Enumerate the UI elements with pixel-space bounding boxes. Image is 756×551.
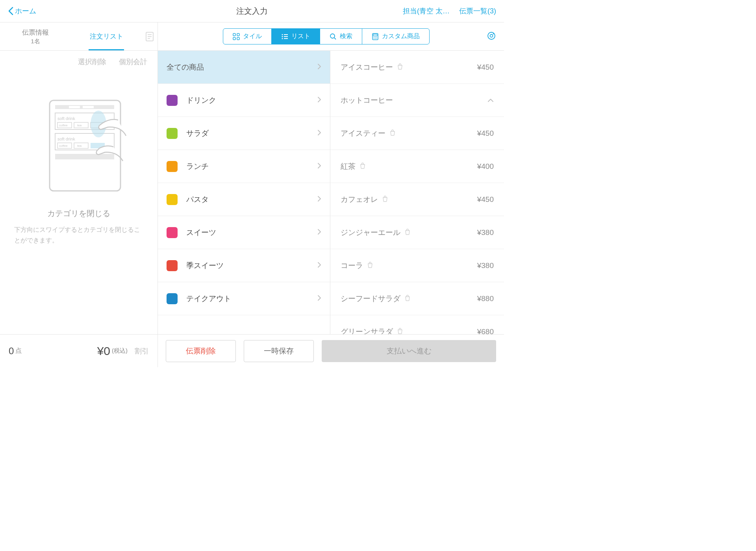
svg-point-39	[375, 37, 376, 37]
view-list-button[interactable]: リスト	[272, 29, 320, 44]
hold-button[interactable]: 一時保存	[244, 340, 314, 362]
svg-point-38	[374, 37, 374, 37]
product-name: グリーンサラダ	[341, 327, 477, 335]
svg-rect-27	[237, 37, 239, 40]
product-name: ホットコーヒー	[341, 95, 487, 105]
search-icon	[330, 33, 337, 40]
gear-icon	[487, 31, 496, 41]
chevron-right-icon	[317, 96, 321, 104]
category-row[interactable]: 季スイーツ	[158, 249, 330, 282]
product-name: コーラ	[341, 261, 477, 271]
total-tax-label: (税込)	[112, 347, 128, 355]
product-row[interactable]: ジンジャーエール¥380	[330, 216, 504, 249]
product-row[interactable]: コーラ¥380	[330, 249, 504, 282]
product-row[interactable]: ホットコーヒー	[330, 84, 504, 117]
product-name: アイスコーヒー	[341, 62, 477, 72]
page-title: 注文入力	[236, 6, 268, 17]
category-color-swatch	[167, 194, 178, 205]
category-row[interactable]: テイクアウト	[158, 282, 330, 315]
bag-icon	[367, 261, 373, 270]
product-name: 紅茶	[341, 161, 477, 172]
chevron-right-icon	[317, 196, 321, 203]
product-name: シーフードサラダ	[341, 294, 477, 304]
category-row[interactable]: サラダ	[158, 117, 330, 150]
svg-rect-25	[237, 33, 239, 36]
svg-line-35	[334, 38, 336, 39]
product-row[interactable]: アイスコーヒー¥450	[330, 51, 504, 84]
svg-rect-7	[83, 106, 94, 108]
back-button[interactable]: ホーム	[8, 6, 36, 16]
tab-order-list[interactable]: 注文リスト	[71, 22, 142, 50]
back-label: ホーム	[15, 6, 36, 16]
product-name: アイスティー	[341, 128, 477, 139]
slip-list-link[interactable]: 伝票一覧(3)	[459, 6, 496, 16]
category-color-swatch	[167, 227, 178, 238]
category-label: 季スイーツ	[186, 261, 317, 271]
category-label: サラダ	[186, 128, 317, 139]
bag-icon	[397, 327, 403, 335]
svg-text:tea: tea	[77, 144, 82, 148]
tip-description: 下方向にスワイプするとカテゴリを閉じることができます。	[12, 224, 146, 246]
product-row[interactable]: アイスティー¥450	[330, 117, 504, 150]
category-row[interactable]: スイーツ	[158, 216, 330, 249]
settings-button[interactable]	[487, 31, 496, 42]
category-label: 全ての商品	[167, 62, 317, 72]
svg-rect-37	[373, 34, 377, 36]
product-row[interactable]: シーフードサラダ¥880	[330, 282, 504, 315]
product-price: ¥400	[477, 162, 494, 171]
bag-icon	[389, 129, 396, 138]
category-color-swatch	[167, 161, 178, 172]
delete-slip-button[interactable]: 伝票削除	[166, 340, 236, 362]
grid-icon	[233, 33, 240, 40]
product-row[interactable]: 紅茶¥400	[330, 150, 504, 183]
delete-selected-button[interactable]: 選択削除	[78, 57, 106, 67]
category-row[interactable]: ドリンク	[158, 84, 330, 117]
individual-bill-button[interactable]: 個別会計	[119, 57, 147, 67]
category-label: スイーツ	[186, 227, 317, 238]
view-mode-segment: タイル リスト 検索 カスタム商品	[223, 28, 430, 44]
category-color-swatch	[167, 95, 178, 106]
svg-text:tea: tea	[77, 124, 82, 127]
discount-button[interactable]: 割引	[135, 346, 149, 356]
category-color-swatch	[167, 293, 178, 304]
chevron-up-icon	[487, 97, 494, 104]
bag-icon	[404, 294, 411, 303]
svg-point-45	[490, 34, 493, 37]
view-tile-button[interactable]: タイル	[223, 29, 272, 44]
category-label: パスタ	[186, 194, 317, 205]
receipt-icon[interactable]	[142, 22, 158, 50]
category-label: ランチ	[186, 161, 317, 172]
product-name: ジンジャーエール	[341, 227, 477, 238]
svg-point-41	[374, 38, 374, 39]
category-color-swatch	[167, 128, 178, 139]
product-price: ¥880	[477, 294, 494, 303]
chevron-right-icon	[317, 295, 321, 303]
tip-title: カテゴリを閉じる	[47, 208, 110, 219]
item-count-unit: 点	[15, 347, 22, 355]
chevron-right-icon	[317, 129, 321, 137]
bag-icon	[397, 63, 403, 72]
staff-link[interactable]: 担当(青空 太…	[403, 6, 450, 16]
category-row[interactable]: 全ての商品	[158, 51, 330, 84]
svg-rect-22	[55, 154, 114, 159]
category-row[interactable]: ランチ	[158, 150, 330, 183]
svg-point-32	[282, 38, 283, 39]
svg-rect-6	[69, 106, 80, 108]
product-row[interactable]: グリーンサラダ¥680	[330, 315, 504, 334]
view-custom-button[interactable]: カスタム商品	[362, 29, 429, 44]
tab-slip-info[interactable]: 伝票情報 1名	[0, 22, 71, 50]
category-label: ドリンク	[186, 95, 317, 105]
proceed-payment-button[interactable]: 支払いへ進む	[322, 340, 496, 362]
category-color-swatch	[167, 260, 178, 271]
svg-text:soft drink: soft drink	[57, 137, 75, 141]
svg-text:soft drink: soft drink	[57, 116, 75, 121]
item-count: 0	[9, 346, 14, 357]
svg-rect-26	[233, 37, 235, 40]
view-search-button[interactable]: 検索	[320, 29, 362, 44]
product-price: ¥450	[477, 63, 494, 72]
chevron-right-icon	[317, 163, 321, 170]
category-row[interactable]: パスタ	[158, 183, 330, 216]
svg-point-34	[330, 34, 335, 38]
list-icon	[281, 33, 288, 40]
product-row[interactable]: カフェオレ¥450	[330, 183, 504, 216]
